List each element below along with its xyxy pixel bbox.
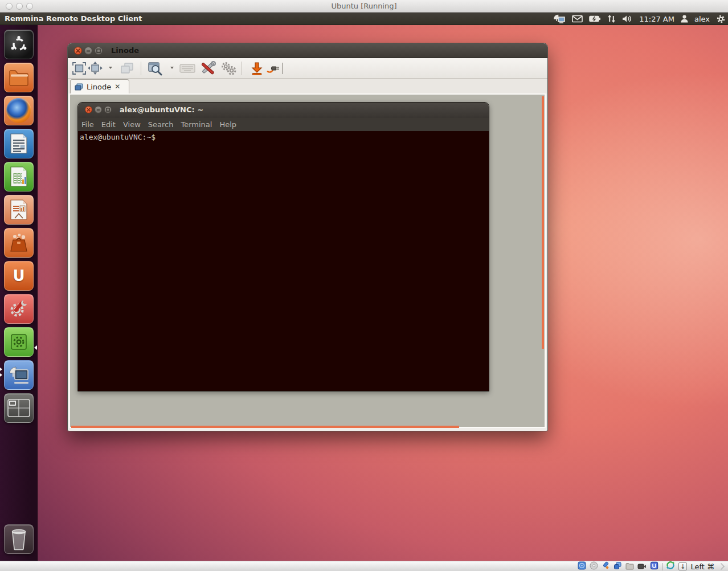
- launcher-item-libreoffice-writer[interactable]: [4, 129, 34, 158]
- remmina-window-title: Linode: [111, 46, 139, 55]
- remmina-indicator-icon[interactable]: [553, 14, 566, 23]
- panel-username[interactable]: alex: [694, 15, 710, 23]
- tab-connection-icon: [75, 83, 83, 91]
- ubuntu-logo-icon: [10, 35, 28, 54]
- grab-keyboard-button[interactable]: [179, 60, 195, 76]
- vm-titlebar: Ubuntu [Running]: [0, 0, 728, 13]
- tab-linode[interactable]: Linode ✕: [70, 79, 129, 93]
- window-close-button[interactable]: [74, 47, 82, 55]
- host-key-status-icon[interactable]: ↓: [678, 562, 687, 570]
- network-adapters-icon[interactable]: [614, 561, 622, 571]
- folder-icon: [9, 69, 29, 86]
- text-cursor: [282, 63, 283, 74]
- remmina-running-pip: [0, 368, 2, 371]
- viewport-right-accent-line: [542, 96, 544, 349]
- zoom-button[interactable]: [148, 60, 163, 76]
- remote-terminal-window: alex@ubuntuVNC: ~ File Edit View Search …: [77, 102, 489, 391]
- launcher-item-software-updater[interactable]: [4, 327, 34, 357]
- launcher-item-home-folder[interactable]: [4, 63, 34, 92]
- gear-wrench-icon: [8, 298, 30, 320]
- impress-document-icon: [9, 199, 28, 221]
- remmina-tabbar: Linode ✕: [68, 79, 547, 93]
- disconnect-button[interactable]: [266, 60, 282, 76]
- virtualization-features-icon[interactable]: [650, 561, 659, 571]
- terminal-titlebar[interactable]: alex@ubuntuVNC: ~: [78, 103, 489, 118]
- panel-clock[interactable]: 11:27 AM: [639, 15, 674, 23]
- mouse-integration-icon[interactable]: [666, 561, 675, 571]
- firefox-icon: [6, 98, 31, 123]
- panel-app-title: Remmina Remote Desktop Client: [5, 14, 142, 23]
- menu-edit[interactable]: Edit: [101, 120, 116, 129]
- toggle-scaled-mode-button[interactable]: [87, 60, 103, 76]
- workspace-grid-icon: [7, 399, 30, 417]
- shared-folders-icon[interactable]: [625, 561, 634, 571]
- messages-indicator-icon[interactable]: [572, 15, 583, 23]
- toggle-fullscreen-button[interactable]: [71, 60, 87, 76]
- terminal-close-button[interactable]: [85, 106, 92, 113]
- launcher-item-trash[interactable]: [4, 524, 34, 554]
- launcher-item-dash-home[interactable]: [4, 30, 34, 59]
- launcher-item-system-settings[interactable]: [4, 294, 34, 324]
- unity-launcher: U: [0, 25, 38, 561]
- remmina-toolbar: [68, 58, 547, 79]
- remmina-running-pip: [0, 373, 2, 377]
- ubuntu-update-icon: [9, 332, 29, 352]
- window-maximize-button[interactable]: [95, 47, 103, 55]
- calc-document-icon: [9, 166, 28, 187]
- terminal-prompt: alex@ubuntuVNC:~$: [80, 133, 156, 141]
- window-minimize-button[interactable]: [84, 47, 92, 55]
- toolbar-separator: [242, 62, 242, 75]
- writer-document-icon: [9, 133, 28, 154]
- menu-terminal[interactable]: Terminal: [181, 120, 212, 129]
- menu-search[interactable]: Search: [148, 120, 174, 129]
- terminal-title: alex@ubuntuVNC: ~: [120, 105, 203, 114]
- network-sync-indicator-icon[interactable]: [607, 15, 616, 23]
- menu-help[interactable]: Help: [219, 120, 236, 129]
- hard-disks-icon[interactable]: [578, 561, 586, 571]
- launcher-item-libreoffice-calc[interactable]: [4, 162, 34, 191]
- menu-view[interactable]: View: [123, 120, 141, 129]
- scaled-mode-dropdown-caret[interactable]: [109, 67, 112, 69]
- tab-close-icon[interactable]: ✕: [114, 83, 120, 91]
- trash-icon: [9, 528, 28, 550]
- shopping-bag-icon: [8, 232, 30, 254]
- usb-devices-icon[interactable]: [602, 561, 610, 571]
- launcher-item-firefox[interactable]: [4, 96, 34, 125]
- remmina-icon: [7, 364, 30, 386]
- launcher-item-ubuntu-software-center[interactable]: [4, 228, 34, 258]
- launcher-item-ubuntu-one[interactable]: U: [4, 261, 34, 291]
- session-gear-icon[interactable]: [716, 14, 726, 24]
- ubuntu-one-letter: U: [13, 267, 24, 284]
- user-icon[interactable]: [681, 15, 688, 23]
- toolbar-separator: [141, 62, 141, 75]
- tools-button[interactable]: [220, 60, 236, 76]
- launcher-item-workspace-switcher[interactable]: [4, 393, 34, 423]
- terminal-menubar: File Edit View Search Terminal Help: [78, 118, 489, 131]
- duplicate-connection-button[interactable]: [119, 60, 135, 76]
- menu-file[interactable]: File: [81, 120, 94, 129]
- terminal-minimize-button[interactable]: [95, 106, 102, 113]
- vbox-statusbar: ↓ Left ⌘: [0, 561, 728, 571]
- sound-indicator-icon[interactable]: [622, 15, 633, 23]
- host-key-label: Left ⌘: [690, 562, 714, 571]
- remmina-window-titlebar[interactable]: Linode: [68, 43, 547, 58]
- remmina-window: Linode: [67, 43, 548, 431]
- battery-indicator-icon[interactable]: [589, 15, 601, 22]
- remmina-focused-arrow: [34, 345, 37, 350]
- video-capture-icon[interactable]: [637, 561, 647, 571]
- minimize-connection-button[interactable]: [249, 60, 265, 76]
- terminal-body[interactable]: alex@ubuntuVNC:~$: [78, 131, 489, 391]
- terminal-maximize-button[interactable]: [104, 106, 112, 113]
- vm-window-title: Ubuntu [Running]: [0, 2, 728, 10]
- tab-label: Linode: [87, 83, 111, 91]
- preferences-button[interactable]: [200, 60, 216, 76]
- desktop: Ubuntu [Running] Remmina Remote Desktop …: [0, 0, 728, 571]
- ubuntu-top-panel: Remmina Remote Desktop Client: [0, 13, 728, 25]
- launcher-item-remmina[interactable]: [4, 360, 34, 390]
- zoom-dropdown-caret[interactable]: [170, 67, 174, 69]
- statusbar-separator: [662, 563, 662, 570]
- launcher-item-libreoffice-impress[interactable]: [4, 195, 34, 225]
- resize-grip[interactable]: [718, 563, 725, 570]
- optical-drives-icon[interactable]: [590, 561, 598, 571]
- vnc-viewport[interactable]: alex@ubuntuVNC: ~ File Edit View Search …: [69, 93, 546, 428]
